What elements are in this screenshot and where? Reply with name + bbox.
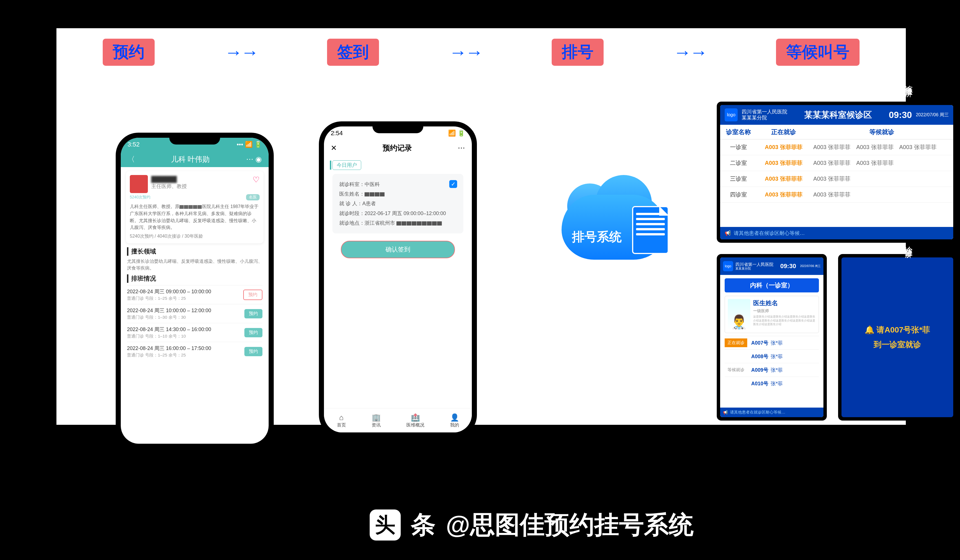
queue-number: A010号 (751, 380, 768, 387)
flow-step-appoint: 预约 (103, 39, 155, 66)
row-time: 就诊时段：2022-06-17 周五 09:00:00–12:00:00 (339, 209, 457, 218)
confirm-checkin-button[interactable]: 确认签到 (341, 241, 455, 258)
book-button[interactable]: 预约 (244, 328, 262, 337)
clock-time: 09:30 (889, 110, 912, 120)
logo-icon: logo (723, 261, 733, 271)
nav-news[interactable]: 🏢资讯 (372, 413, 381, 427)
slot-time: 2022-08-24 周三 10:00:00 – 12:00:00 (127, 307, 211, 314)
queue-row: 正在就诊A007号张*菲 (725, 336, 819, 349)
call-line-1: 🔔 请A007号张*菲 (865, 325, 930, 335)
side-label-overview: 综合显示屏 (903, 79, 914, 85)
call-line-2: 到一诊室就诊 (874, 339, 921, 350)
book-count: 5240次预约 (130, 195, 150, 200)
status-time: 2:54 (331, 130, 343, 137)
col-room: 诊室名称 (720, 128, 757, 136)
clock-date: 2022/07/06 周三 (916, 112, 949, 118)
marquee-text: 请其他患者在候诊区耐心等候… (734, 230, 805, 237)
page-title: 预约记录 (337, 143, 458, 153)
cloud-label: 排号系统 (562, 229, 632, 245)
doctor-title: 主任医师、教授 (151, 183, 187, 190)
doctor-stats: 5240次预约 / 4040次接诊 / 30年医龄 (130, 234, 259, 239)
more-icon[interactable]: ⋯ ◉ (246, 155, 262, 164)
flow-header: 预约 →→ 签到 →→ 排号 →→ 等候叫号 (56, 37, 906, 68)
speaker-icon: 📢 (723, 410, 728, 414)
queue-name: 张*菲 (771, 366, 783, 373)
section-title: 排班情况 (127, 274, 262, 283)
cell-now: A003 张菲菲菲 (757, 143, 810, 151)
heart-icon[interactable]: ♡ (253, 175, 259, 193)
more-icon[interactable]: ⋯ (458, 144, 465, 152)
queue-tag: 正在就诊 (725, 338, 747, 347)
queue-row: A010号张*菲 (725, 376, 819, 390)
table-row: 三诊室A003 张菲菲菲A003 张菲菲菲 (720, 171, 953, 187)
nav-home[interactable]: ⌂首页 (337, 413, 346, 427)
toutiao-icon: 头 (370, 509, 401, 541)
slot-time: 2022-08-24 周三 14:30:00 – 16:00:00 (127, 326, 211, 333)
slot-time: 2022-08-24 周三 16:00:00 – 17:50:00 (127, 345, 211, 352)
status-time: 3:52 (128, 141, 140, 148)
queue-name: 张*菲 (771, 339, 783, 346)
phone-appointment: 3:52 ••• 📶 🔋 〈 儿科 叶伟勋 ⋯ ◉ ▇▇▇▇▇ 主任医师、教授 (116, 133, 274, 449)
famous-tag: 名医 (246, 194, 259, 200)
cell-room: 三诊室 (720, 175, 757, 182)
slot-detail: 普通门诊 号段：1–30 余号：30 (127, 315, 211, 320)
checkin-card[interactable]: 就诊科室：中医科 医生姓名：▇▇▇▇ 就 诊 人：A患者 就诊时段：2022-0… (333, 174, 463, 234)
queue-name: 张*菲 (771, 353, 783, 360)
cell-room: 一诊室 (720, 143, 757, 151)
check-icon[interactable]: ✓ (449, 180, 457, 188)
table-row: 四诊室A003 张菲菲菲A003 张菲菲菲 (720, 187, 953, 203)
cell-wait: A003 张菲菲菲A003 张菲菲菲 (810, 159, 953, 167)
queue-row: 等候就诊A009号张*菲 (725, 363, 819, 376)
row-doctor: 医生姓名：▇▇▇▇ (339, 189, 457, 199)
col-wait: 等候就诊 (810, 128, 953, 136)
slot-row[interactable]: 2022-08-24 周三 10:00:00 – 12:00:00普通门诊 号段… (127, 304, 262, 323)
area-title: 某某某科室候诊区 (791, 109, 885, 121)
marquee-text: 请其他患者在就诊区耐心等候… (730, 410, 785, 415)
row-dept: 就诊科室：中医科 (339, 179, 457, 189)
slot-row[interactable]: 2022-08-24 周三 14:30:00 – 16:00:00普通门诊 号段… (127, 323, 262, 342)
doctor-name: ▇▇▇▇▇ (151, 175, 187, 183)
branch-name: 某某某分院 (735, 267, 773, 270)
room-screen: logo 四川省第一人民医院 某某某分院 09:30 2022/07/06 周三… (717, 254, 827, 421)
queuing-cloud: 排号系统 (562, 195, 672, 277)
avatar (130, 175, 148, 193)
calling-screen: 🔔 请A007号张*菲 到一诊室就诊 (838, 254, 957, 421)
close-icon[interactable]: ✕ (331, 144, 337, 152)
doctor-info: 医生姓名 一级医师 这是医生介绍这是医生介绍这是医生介绍这是医生介绍这是医生介绍… (725, 296, 819, 333)
cell-now: A003 张菲菲菲 (757, 175, 810, 182)
nav-hospital[interactable]: 🏥医维概况 (406, 413, 424, 427)
nav-me[interactable]: 👤我的 (450, 413, 459, 427)
building-icon: 🏢 (372, 413, 381, 422)
logo-icon: logo (725, 109, 738, 122)
status-icons: 📶 🔋 (448, 130, 465, 137)
hospital-name: 四川省第一人民医院 (742, 109, 787, 115)
doctor-photo (728, 299, 750, 330)
row-patient: 就 诊 人：A患者 (339, 199, 457, 208)
branch-name: 某某某分院 (742, 115, 787, 121)
book-button[interactable]: 预约 (243, 290, 262, 300)
slot-time: 2022-08-24 周三 09:00:00 – 10:00:00 (127, 288, 211, 295)
phone-checkin: 2:54 📶 🔋 ✕ 预约记录 ⋯ 今日用户 就诊科室：中医科 医生姓名：▇▇▇… (319, 122, 477, 437)
flow-step-queue: 排号 (552, 39, 603, 66)
slot-row[interactable]: 2022-08-24 周三 09:00:00 – 10:00:00普通门诊 号段… (127, 285, 262, 304)
doctor-name: 医生姓名 (753, 299, 816, 307)
cell-wait: A003 张菲菲菲 (810, 175, 953, 182)
expertise-section: 擅长领域 尤其擅长诊治婴幼儿哮喘、反复呼吸道感染、慢性咳嗽、小儿腹泻、厌食等疾病… (127, 247, 262, 272)
doctor-level: 一级医师 (753, 309, 816, 314)
slot-row[interactable]: 2022-08-24 周三 16:00:00 – 17:50:00普通门诊 号段… (127, 342, 262, 361)
clock-time: 09:30 (780, 262, 796, 270)
clock-date: 2022/07/06 周三 (800, 264, 821, 268)
section-body: 尤其擅长诊治婴幼儿哮喘、反复呼吸道感染、慢性咳嗽、小儿腹泻、厌食等疾病。 (127, 258, 262, 272)
speaker-icon: 📢 (725, 230, 731, 236)
toutiao-text: 条 (411, 508, 436, 542)
slot-detail: 普通门诊 号段：1–25 余号：25 (127, 352, 211, 358)
brand-text: @思图佳预约挂号系统 (446, 508, 694, 542)
arrow-icon: →→ (449, 42, 482, 62)
today-tag: 今日用户 (333, 160, 361, 170)
row-place: 就诊地点：浙江省杭州市 ▇▇▇▇▇▇▇▇▇ (339, 218, 457, 228)
arrow-icon: →→ (225, 42, 258, 62)
book-button[interactable]: 预约 (244, 347, 262, 356)
cell-wait: A003 张菲菲菲A003 张菲菲菲A003 张菲菲菲 (810, 143, 953, 151)
back-icon[interactable]: 〈 (128, 154, 135, 164)
book-button[interactable]: 预约 (244, 309, 262, 318)
